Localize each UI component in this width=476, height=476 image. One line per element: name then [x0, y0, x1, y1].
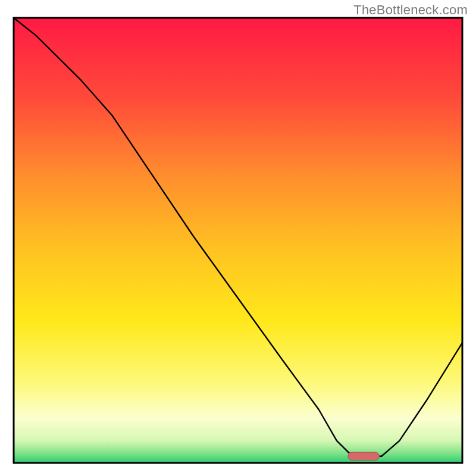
- bottleneck-chart: TheBottleneck.com: [0, 0, 476, 476]
- target-marker: [348, 452, 380, 460]
- gradient-background: [14, 18, 462, 463]
- chart-svg: [0, 0, 476, 476]
- watermark-text: TheBottleneck.com: [353, 2, 468, 18]
